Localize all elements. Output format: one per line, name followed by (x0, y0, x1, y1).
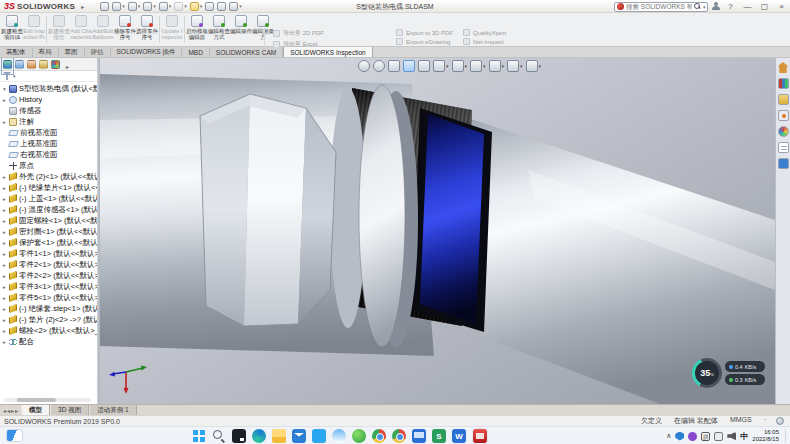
appearances-scenes-icon[interactable] (778, 126, 789, 137)
input-language-indicator[interactable]: 中 (740, 431, 748, 442)
tree-root-item[interactable]: ▾S型铠装热电偶 (默认<默认_显示状态-1 (0, 83, 97, 94)
store-icon[interactable] (312, 429, 326, 443)
search-caret-icon[interactable]: ▾ (703, 4, 706, 10)
tree-horizontal-scrollbar[interactable] (4, 398, 91, 402)
options-icon-button[interactable]: ▾ (229, 2, 242, 11)
tree-item-part[interactable]: ▸(-) 绝缘垫片<1> (默认<<默认>_显 (0, 182, 97, 193)
performance-overlay[interactable]: 35 % 0.4 KB/s 0.3 KB/s (692, 358, 765, 388)
undo-icon-button[interactable]: ▾ (174, 2, 187, 11)
tree-item-part[interactable]: ▸(-) 绝缘套.step<1> (默认<<默认 (0, 303, 97, 314)
model-tab-nav-arrow[interactable]: ▸ (15, 407, 18, 414)
expand-icon[interactable]: ▸ (2, 328, 7, 334)
dynamic-annotation-button[interactable] (418, 60, 430, 72)
ribbon-button[interactable]: 新建检查项目(&M) (1, 13, 23, 46)
new-document-icon-button[interactable]: ▾ (112, 2, 125, 11)
mail-icon[interactable] (292, 429, 306, 443)
tray-shield-icon[interactable] (675, 432, 684, 441)
solidworks-forum-icon[interactable] (778, 158, 789, 169)
tree-item-plane[interactable]: 右视基准面 (0, 149, 97, 160)
rebuild-icon-button[interactable] (205, 2, 214, 11)
design-library-icon[interactable] (778, 78, 789, 89)
show-desktop-button[interactable] (785, 429, 786, 443)
search-input[interactable] (626, 3, 692, 10)
panel-tab-overflow[interactable]: ▸ (63, 58, 72, 73)
file-explorer-icon[interactable] (272, 429, 286, 443)
expand-icon[interactable]: ▸ (2, 317, 7, 323)
green-app-icon[interactable] (352, 429, 366, 443)
expand-icon[interactable]: ▸ (2, 229, 7, 235)
expand-icon[interactable]: ▸ (2, 284, 7, 290)
tree-item-part[interactable]: ▸零件2<1> (默认<<默认>_显示状态 (0, 259, 97, 270)
section-view-button[interactable] (403, 60, 415, 72)
filter-funnel-icon[interactable] (3, 72, 11, 80)
solidworks-resources-icon[interactable] (778, 62, 789, 73)
restore-button[interactable]: ▢ (758, 1, 771, 12)
hide-show-items-button[interactable]: ▾ (470, 60, 486, 72)
minimize-button[interactable]: — (741, 1, 754, 12)
tree-item-mates[interactable]: ▸配合 (0, 336, 97, 347)
model-tab-1[interactable]: 3D 视图 (50, 405, 89, 415)
displaymanager-tab[interactable] (51, 58, 60, 73)
dimxpertmanager-tab[interactable] (39, 58, 48, 73)
s-app-icon[interactable]: S (432, 429, 446, 443)
tree-item-part[interactable]: ▸(-) 垫片 (2)<2> ->? (默认<<默认 (0, 314, 97, 325)
expand-icon[interactable]: ▸ (2, 251, 7, 257)
previous-view-button[interactable] (388, 60, 400, 72)
model-tab-nav-arrow[interactable]: ◂ (3, 407, 6, 414)
model-tab-2[interactable]: 运动算例 1 (89, 405, 136, 415)
tree-item-plane[interactable]: 上视基准面 (0, 138, 97, 149)
new-document-icon-caret[interactable]: ▾ (122, 3, 125, 9)
tree-item-part[interactable]: ▸零件3<1> (默认<<默认>_显示状态 (0, 281, 97, 292)
file-explorer-pane-icon[interactable] (778, 94, 789, 105)
tree-item-history[interactable]: ▸History (0, 94, 97, 105)
tree-item-origin[interactable]: 原点 (0, 160, 97, 171)
widgets-button[interactable] (6, 429, 23, 442)
tree-item-part[interactable]: ▸外壳 (2)<1> (默认<<默认>_显示状 (0, 171, 97, 182)
model-tab-nav-arrow[interactable]: ▸ (11, 407, 14, 414)
tree-item-ann[interactable]: ▸注解 (0, 116, 97, 127)
expand-icon[interactable]: ▸ (2, 119, 7, 125)
browser-app-icon[interactable] (372, 429, 386, 443)
edit-appearance-button[interactable]: ▾ (489, 60, 505, 72)
graphics-viewport[interactable]: ▾▾▾▾▾▾ 35 % 0.4 KB/s (100, 58, 775, 404)
select-icon-caret[interactable]: ▾ (200, 3, 203, 9)
expand-icon[interactable]: ▸ (2, 262, 7, 268)
search-icon[interactable] (694, 3, 701, 10)
view-settings-button[interactable]: ▾ (526, 60, 542, 72)
expand-icon[interactable]: ▸ (2, 295, 7, 301)
open-icon-caret[interactable]: ▾ (138, 3, 141, 9)
print-icon-button[interactable]: ▾ (159, 2, 172, 11)
tray-purple-icon[interactable] (688, 432, 697, 441)
expand-icon[interactable]: ▸ (2, 174, 7, 180)
tab-mbd[interactable]: MBD (182, 47, 209, 57)
featuremanager-tab[interactable] (3, 58, 12, 73)
chrome-icon[interactable] (392, 429, 406, 443)
tree-item-part[interactable]: ▸密封圈<1> (默认<<默认>_显示状 (0, 226, 97, 237)
open-icon-button[interactable]: ▾ (128, 2, 141, 11)
close-button[interactable]: × (775, 1, 788, 12)
tree-item-plane[interactable]: 前视基准面 (0, 127, 97, 138)
ime-mode-icon[interactable]: 拼 (701, 432, 710, 441)
tree-filter-row[interactable]: ▾ (0, 71, 97, 82)
zoom-fit-button[interactable] (358, 60, 370, 72)
search-button[interactable] (212, 429, 226, 443)
edit-appearance-icon-caret[interactable]: ▾ (502, 63, 505, 69)
model-tab-0[interactable]: 模型 (21, 405, 50, 415)
zoom-area-button[interactable] (373, 60, 385, 72)
start-button[interactable] (192, 429, 206, 443)
file-properties-icon-button[interactable] (217, 2, 226, 11)
print-icon-caret[interactable]: ▾ (169, 3, 172, 9)
help-button[interactable]: ? (724, 1, 737, 12)
view-palette-icon[interactable] (778, 110, 789, 121)
cloud-app-icon[interactable] (332, 429, 346, 443)
ribbon-button[interactable]: 编辑检查方式 (208, 13, 230, 46)
view-settings-icon-caret[interactable]: ▾ (539, 63, 542, 69)
tab-评估[interactable]: 评估 (85, 47, 111, 57)
expand-icon[interactable]: ▸ (2, 218, 7, 224)
tree-item-part[interactable]: ▸固定螺栓<1> (默认<<默认>_显示 (0, 215, 97, 226)
hide-show-items-icon-caret[interactable]: ▾ (483, 63, 486, 69)
filter-caret-icon[interactable]: ▾ (13, 73, 16, 79)
display-style-icon-caret[interactable]: ▾ (465, 63, 468, 69)
tray-expand-icon[interactable]: ∧ (666, 432, 671, 440)
expand-icon[interactable]: ▸ (2, 207, 7, 213)
